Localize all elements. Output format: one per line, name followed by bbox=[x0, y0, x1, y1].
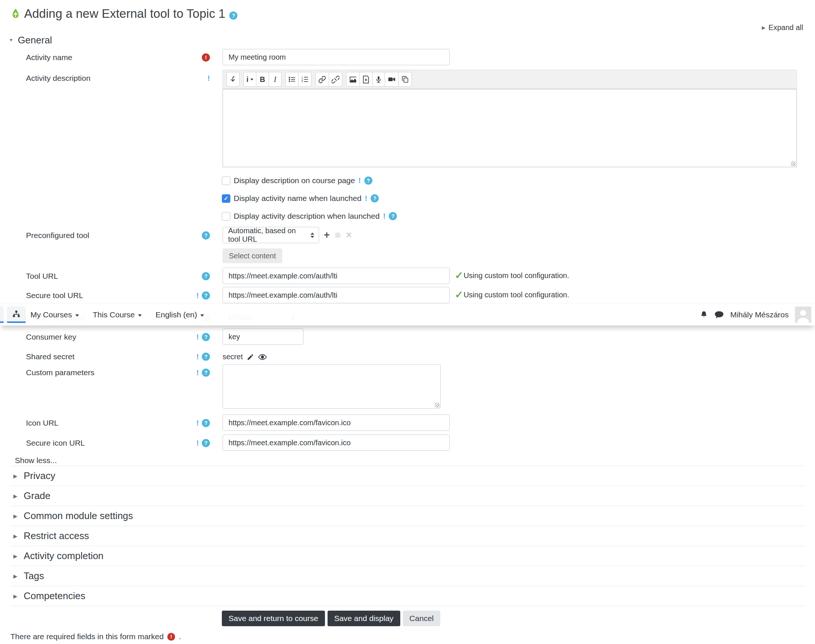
activity-description-row: Activity description ! i B I bbox=[0, 70, 815, 167]
nav-menu-item[interactable]: This Course bbox=[93, 310, 142, 319]
media-icon[interactable] bbox=[360, 72, 372, 87]
svg-text:3: 3 bbox=[301, 80, 303, 83]
section-header[interactable]: ▶ Privacy bbox=[11, 466, 804, 486]
page-header: Adding a new External tool to Topic 1 ? … bbox=[0, 0, 815, 33]
activity-name-row: Activity name ! bbox=[0, 49, 815, 65]
help-icon[interactable]: ? bbox=[371, 194, 379, 202]
cancel-button[interactable]: Cancel bbox=[403, 611, 440, 626]
bold-icon[interactable]: B bbox=[256, 72, 269, 87]
success-check-icon: ✓ bbox=[455, 271, 463, 280]
important-icon: ! bbox=[196, 291, 199, 300]
icon-url-row: Icon URL ! ? bbox=[0, 414, 815, 431]
manage-files-icon[interactable] bbox=[398, 72, 412, 87]
help-icon[interactable]: ? bbox=[202, 368, 210, 377]
help-icon[interactable]: ? bbox=[364, 176, 372, 185]
important-icon: ! bbox=[196, 333, 199, 341]
help-icon[interactable]: ? bbox=[202, 333, 210, 341]
save-and-return-button[interactable]: Save and return to course bbox=[222, 611, 325, 626]
record-audio-icon[interactable] bbox=[372, 72, 385, 87]
custom-parameters-textarea[interactable] bbox=[223, 364, 441, 409]
section-header[interactable]: ▶ Activity completion bbox=[11, 546, 804, 566]
save-and-display-button[interactable]: Save and display bbox=[328, 611, 400, 626]
collapsed-triangle-icon: ▶ bbox=[13, 573, 17, 579]
help-icon[interactable]: ? bbox=[202, 419, 210, 427]
resize-handle[interactable] bbox=[435, 403, 440, 408]
collapsed-triangle-icon: ▶ bbox=[13, 593, 17, 599]
important-icon: ! bbox=[196, 353, 199, 361]
icon-url-label: Icon URL bbox=[26, 419, 58, 428]
secure-tool-url-input[interactable] bbox=[223, 287, 450, 303]
section-header[interactable]: ▶ Common module settings bbox=[11, 506, 804, 526]
nav-menu-item[interactable]: My Courses bbox=[31, 310, 79, 319]
secure-icon-url-input[interactable] bbox=[223, 434, 450, 451]
expand-all-link[interactable]: Expand all bbox=[769, 23, 803, 32]
checkbox-label: Display activity description when launch… bbox=[234, 212, 380, 221]
bell-icon[interactable] bbox=[700, 310, 708, 319]
external-tool-icon bbox=[11, 8, 20, 19]
avatar[interactable] bbox=[795, 307, 811, 323]
user-name[interactable]: Mihály Mészáros bbox=[730, 310, 789, 319]
select-content-button[interactable]: Select content bbox=[223, 248, 282, 263]
help-icon[interactable]: ? bbox=[202, 272, 210, 280]
preconfigured-tool-row: Preconfigured tool ? Automatic, based on… bbox=[0, 227, 815, 243]
ordered-list-icon[interactable]: 1 2 3 bbox=[298, 72, 312, 87]
preconfigured-tool-select[interactable]: Automatic, based on tool URL bbox=[223, 227, 319, 243]
chat-icon[interactable] bbox=[715, 311, 724, 319]
section-header[interactable]: ▶ Tags bbox=[11, 566, 804, 586]
navbar-user-area: Mihály Mészáros bbox=[700, 307, 815, 323]
consumer-key-input[interactable] bbox=[223, 328, 303, 345]
help-icon[interactable]: ? bbox=[202, 232, 210, 239]
tool-url-input[interactable] bbox=[223, 268, 450, 284]
chevron-down-icon bbox=[75, 314, 79, 317]
consumer-key-label: Consumer key bbox=[26, 333, 76, 342]
checkbox-label: Display description on course page bbox=[234, 176, 355, 185]
resize-handle[interactable] bbox=[791, 161, 796, 166]
chevron-down-icon bbox=[200, 314, 204, 317]
eye-icon[interactable] bbox=[258, 354, 267, 360]
collapsed-triangle-icon: ▶ bbox=[13, 533, 17, 539]
help-icon[interactable]: ? bbox=[202, 353, 210, 361]
site-home-tab[interactable] bbox=[7, 306, 26, 323]
shared-secret-row: Shared secret ! ? secret bbox=[0, 349, 815, 360]
edit-pencil-icon[interactable] bbox=[247, 353, 254, 361]
italic-icon[interactable]: I bbox=[269, 72, 281, 87]
add-tool-icon[interactable]: + bbox=[324, 230, 330, 240]
section-header[interactable]: ▶ Restrict access bbox=[11, 526, 804, 546]
delete-tool-icon[interactable]: ✕ bbox=[346, 231, 352, 239]
icon-url-input[interactable] bbox=[223, 414, 450, 431]
section-header[interactable]: ▶ Grade bbox=[11, 486, 804, 506]
success-check-icon: ✓ bbox=[455, 290, 463, 300]
help-icon[interactable]: ? bbox=[202, 439, 210, 447]
record-video-icon[interactable] bbox=[385, 72, 399, 87]
checkbox[interactable] bbox=[222, 176, 231, 185]
checkbox[interactable] bbox=[222, 212, 231, 221]
section-general[interactable]: ▼ General bbox=[9, 34, 815, 46]
unordered-list-icon[interactable] bbox=[285, 72, 298, 87]
drawer-tab[interactable] bbox=[0, 306, 4, 323]
collapsed-triangle-icon: ▶ bbox=[13, 553, 17, 559]
help-icon[interactable]: ? bbox=[229, 11, 237, 20]
unlink-icon[interactable] bbox=[329, 72, 342, 87]
secure-icon-url-row: Secure icon URL ! ? bbox=[0, 434, 815, 451]
help-icon[interactable]: ? bbox=[202, 291, 210, 300]
nav-menu: My Courses This Course English (en) bbox=[31, 310, 204, 319]
custom-parameters-label: Custom parameters bbox=[26, 368, 94, 377]
styles-icon[interactable]: i bbox=[243, 72, 256, 87]
collapse-icon[interactable] bbox=[226, 72, 240, 87]
help-icon[interactable]: ? bbox=[389, 212, 397, 220]
editor-content-area[interactable] bbox=[223, 89, 797, 167]
activity-name-label: Activity name bbox=[26, 53, 72, 62]
section-header[interactable]: ▶ Competencies bbox=[11, 586, 804, 606]
required-fields-note: There are required fields in this form m… bbox=[11, 632, 815, 641]
secure-icon-url-label: Secure icon URL bbox=[26, 439, 85, 448]
shared-secret-label: Shared secret bbox=[26, 352, 75, 361]
checkbox[interactable]: ✓ bbox=[222, 194, 231, 203]
image-icon[interactable] bbox=[346, 72, 360, 87]
show-less-link[interactable]: Show less... bbox=[15, 456, 815, 466]
nav-menu-item[interactable]: English (en) bbox=[155, 310, 204, 319]
secure-tool-url-label: Secure tool URL bbox=[26, 291, 83, 300]
gear-icon[interactable] bbox=[334, 232, 341, 239]
activity-name-input[interactable] bbox=[223, 49, 450, 65]
link-icon[interactable] bbox=[315, 72, 329, 87]
important-icon: ! bbox=[358, 176, 361, 185]
